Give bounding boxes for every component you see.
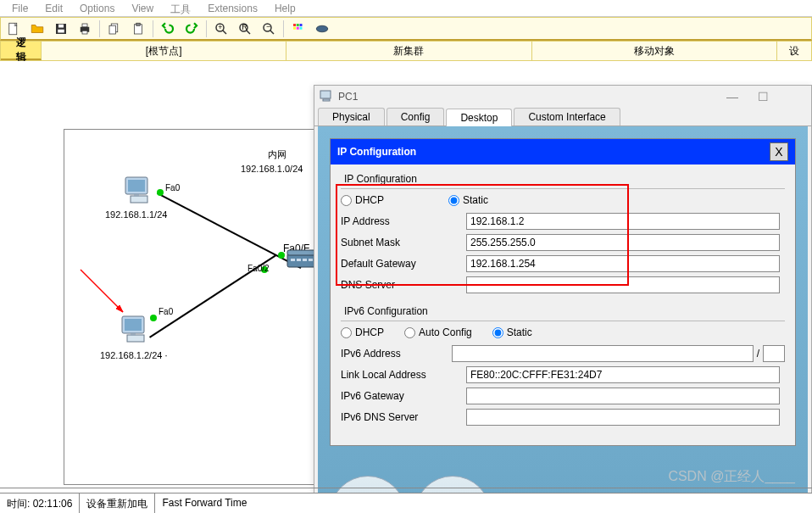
undo-icon[interactable] [157, 20, 179, 38]
ipv6-dns-input[interactable] [466, 409, 780, 426]
svg-rect-10 [136, 23, 141, 25]
link-local-label: Link Local Address [341, 369, 466, 381]
svg-rect-37 [131, 333, 136, 336]
svg-rect-23 [293, 26, 296, 29]
menu-view[interactable]: View [123, 2, 162, 14]
link-local-input[interactable] [466, 366, 780, 383]
ipv6-dhcp-radio[interactable]: DHCP [341, 326, 384, 338]
dhcp-radio[interactable]: DHCP [341, 194, 384, 206]
svg-text:−: − [266, 22, 270, 31]
tab-new-cluster[interactable]: 新集群 [286, 42, 531, 60]
ipv6-address-input[interactable] [452, 345, 754, 362]
ip-config-panel: IP Configuration X IP Configuration DHCP… [330, 138, 796, 446]
svg-rect-40 [291, 259, 295, 261]
menu-file[interactable]: File [3, 2, 36, 14]
svg-rect-41 [297, 259, 301, 261]
svg-rect-5 [82, 24, 87, 27]
power-cycle-button[interactable]: 设备重新加电 [80, 493, 155, 513]
ipv6-gateway-label: IPv6 Gateway [341, 390, 466, 402]
maximize-button[interactable]: ☐ [750, 90, 776, 103]
ip-config-title: IP Configuration [337, 146, 416, 158]
menu-options[interactable]: Options [71, 2, 123, 14]
svg-line-18 [270, 30, 275, 34]
statusbar: 时间: 02:11:06 设备重新加电 Fast Forward Time [0, 493, 812, 513]
menu-edit[interactable]: Edit [36, 2, 71, 14]
save-icon[interactable] [50, 20, 72, 38]
ipv6-prefix-slash: / [757, 348, 759, 360]
device-icon[interactable] [311, 20, 333, 38]
menu-tools[interactable]: 工具 [162, 2, 199, 14]
ip-config-header: IP Configuration X [331, 139, 795, 164]
tab-custom-interface[interactable]: Custom Interface [514, 108, 620, 125]
svg-rect-46 [320, 91, 331, 98]
paste-icon[interactable] [127, 20, 149, 38]
menu-extensions[interactable]: Extensions [199, 2, 266, 14]
panel-close-button[interactable]: X [770, 142, 788, 161]
tab-physical[interactable]: Physical [318, 108, 385, 125]
minimize-button[interactable]: — [720, 90, 745, 103]
pc2-ip-label: 192.168.1.2/24 · [100, 350, 168, 360]
tab-config[interactable]: Config [387, 108, 445, 125]
ip-address-input[interactable] [466, 213, 780, 230]
svg-text:+: + [218, 22, 222, 31]
ipv6-dns-label: IPv6 DNS Server [341, 411, 466, 423]
svg-rect-43 [309, 259, 313, 261]
print-icon[interactable] [74, 20, 96, 38]
port-label-fa0: Fa0 [165, 183, 180, 192]
network-label: 内网 [268, 148, 286, 161]
menubar: File Edit Options View 工具 Extensions Hel… [0, 0, 812, 17]
open-folder-icon[interactable] [26, 20, 48, 38]
svg-rect-3 [58, 24, 64, 27]
tab-root[interactable]: [根节点] [42, 42, 286, 60]
zoom-reset-icon[interactable]: R [234, 20, 256, 38]
pc1-device[interactable] [120, 176, 158, 212]
svg-rect-42 [303, 259, 307, 261]
ipv4-section-label: IP Configuration [344, 173, 785, 185]
tab-move-object[interactable]: 移动对象 [532, 42, 777, 60]
svg-rect-25 [300, 26, 303, 29]
redo-icon[interactable] [181, 20, 203, 38]
port-label-fa02: Fa0/2 [247, 264, 270, 273]
subnet-mask-input[interactable] [466, 234, 780, 251]
default-gateway-input[interactable] [466, 255, 780, 272]
ipv6-address-label: IPv6 Address [341, 348, 452, 360]
svg-rect-33 [134, 194, 139, 197]
zoom-in-icon[interactable]: + [210, 20, 232, 38]
pc1-titlebar[interactable]: PC1 — ☐ [314, 86, 811, 108]
ipv6-gateway-input[interactable] [466, 388, 780, 404]
tab-desktop[interactable]: Desktop [446, 109, 512, 126]
fast-forward-button[interactable]: Fast Forward Time [155, 493, 253, 513]
svg-rect-6 [82, 31, 87, 34]
svg-rect-2 [58, 29, 64, 32]
pc1-title: PC1 [338, 91, 358, 103]
svg-point-26 [316, 25, 328, 32]
dns-server-input[interactable] [466, 276, 780, 293]
toolbar: + R − [0, 17, 812, 41]
default-gateway-label: Default Gateway [341, 258, 466, 270]
svg-rect-8 [109, 25, 116, 34]
menu-help[interactable]: Help [266, 2, 304, 14]
ipv6-static-radio[interactable]: Static [492, 326, 532, 338]
view-tabbar: 逻辑 [根节点] 新集群 移动对象 设 [0, 41, 812, 61]
status-time: 时间: 02:11:06 [0, 493, 80, 513]
pc1-ip-label: 192.168.1.1/24 [105, 209, 167, 220]
zoom-out-icon[interactable]: − [258, 20, 280, 38]
svg-rect-47 [323, 99, 330, 101]
static-radio[interactable]: Static [448, 194, 488, 206]
svg-rect-31 [128, 180, 145, 192]
svg-rect-21 [297, 24, 299, 26]
svg-text:R: R [242, 22, 247, 31]
ipv6-auto-radio[interactable]: Auto Config [404, 326, 472, 338]
svg-rect-20 [293, 24, 296, 26]
ipv6-section-label: IPv6 Configuration [344, 305, 785, 317]
pc1-tabs: Physical Config Desktop Custom Interface [314, 108, 811, 126]
svg-line-12 [223, 30, 227, 34]
port-label-fa0: Fa0 [159, 307, 173, 316]
tab-logic[interactable]: 逻辑 [1, 42, 42, 60]
pc-icon [320, 90, 333, 104]
tab-settings[interactable]: 设 [777, 42, 811, 60]
palette-icon[interactable] [287, 20, 309, 38]
copy-icon[interactable] [103, 20, 125, 38]
ipv6-prefix-input[interactable] [763, 345, 785, 362]
desktop-body: IP Configuration X IP Configuration DHCP… [318, 126, 808, 496]
